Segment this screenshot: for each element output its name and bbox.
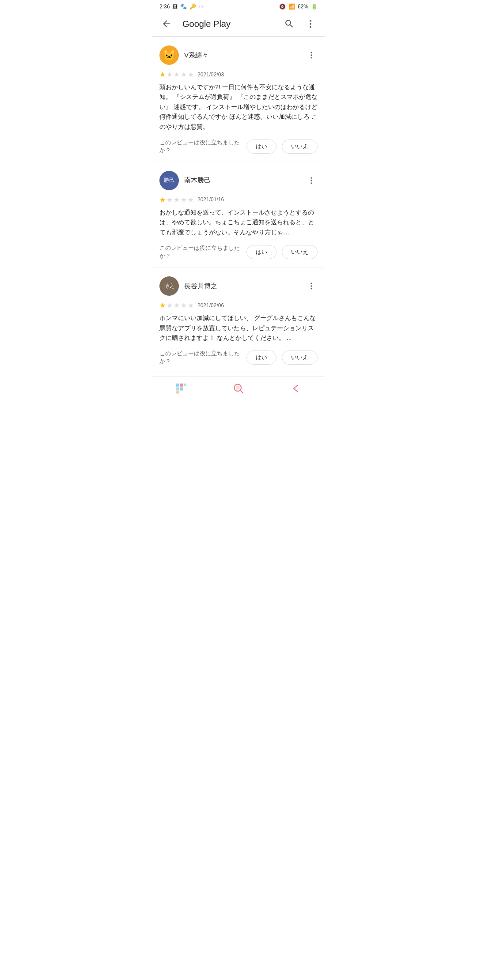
star-2: ★ xyxy=(167,70,173,79)
review-more-button[interactable] xyxy=(305,49,318,61)
dots-icon: ··· xyxy=(199,4,203,10)
app-bar: Google Play xyxy=(152,11,325,37)
review-date: 2021/01/16 xyxy=(197,196,224,203)
search-button[interactable] xyxy=(280,15,298,33)
helpful-no-button[interactable]: いいえ xyxy=(282,351,318,365)
stars: ★ ★ ★ ★ ★ xyxy=(159,70,194,79)
review-item: 🐱 V系纏々 ★ ★ ★ ★ ★ 2021/02/03 頭おかしいんですか?! xyxy=(152,37,325,162)
svg-point-2 xyxy=(310,26,311,28)
star-5: ★ xyxy=(188,196,194,204)
mute-icon: 🔇 xyxy=(279,4,286,10)
helpful-no-button[interactable]: いいえ xyxy=(282,139,318,154)
star-1: ★ xyxy=(159,196,166,204)
review-date: 2021/02/03 xyxy=(197,72,224,78)
review-item: 博之 長谷川博之 ★ ★ ★ ★ ★ 2021/02/06 ホン xyxy=(152,268,325,373)
helpful-yes-button[interactable]: はい xyxy=(246,351,276,365)
review-text: 頭おかしいんですか?! 一日に何件も不安になるような通知。 『システムが過負荷』… xyxy=(159,82,318,132)
rating-row: ★ ★ ★ ★ ★ 2021/02/03 xyxy=(159,70,318,79)
svg-rect-12 xyxy=(176,384,179,387)
wifi-icon: 📶 xyxy=(288,4,295,10)
helpful-yes-button[interactable]: はい xyxy=(246,245,276,259)
review-text: おかしな通知を送って、インストールさせようとするのは、やめて欲しい。ちょこちょこ… xyxy=(159,207,318,237)
battery-level: 62% xyxy=(298,4,308,10)
star-4: ★ xyxy=(181,301,187,309)
review-more-button[interactable] xyxy=(305,280,318,292)
stars: ★ ★ ★ ★ ★ xyxy=(159,196,194,204)
avatar: 🐱 xyxy=(159,45,179,65)
photo-icon: 🖼 xyxy=(172,4,178,10)
review-more-button[interactable] xyxy=(305,174,318,187)
review-item: 勝己 南木勝己 ★ ★ ★ ★ ★ 2021/01/16 おかし xyxy=(152,162,325,268)
helpful-row: このレビューは役に立ちましたか？ はい いいえ xyxy=(159,139,318,155)
helpful-label: このレビューは役に立ちましたか？ xyxy=(159,139,241,155)
svg-point-10 xyxy=(310,285,312,286)
helpful-no-button[interactable]: いいえ xyxy=(282,245,318,259)
back-button[interactable] xyxy=(158,15,175,33)
svg-point-11 xyxy=(310,288,312,289)
review-header: 🐱 V系纏々 xyxy=(159,45,318,65)
rating-row: ★ ★ ★ ★ ★ 2021/01/16 xyxy=(159,196,318,204)
svg-rect-17 xyxy=(176,391,179,393)
avatar: 勝己 xyxy=(159,171,179,190)
star-4: ★ xyxy=(181,196,187,204)
svg-point-6 xyxy=(310,177,312,178)
star-2: ★ xyxy=(167,301,173,309)
status-bar: 2:36 🖼 🐾 🔑 ··· 🔇 📶 62% 🔋 xyxy=(152,0,325,11)
star-5: ★ xyxy=(188,301,194,309)
svg-point-0 xyxy=(310,20,311,22)
svg-line-20 xyxy=(240,390,243,393)
review-date: 2021/02/06 xyxy=(197,302,224,309)
svg-point-9 xyxy=(310,283,312,284)
star-5: ★ xyxy=(188,70,194,79)
avatar: 博之 xyxy=(159,276,179,296)
helpful-row: このレビューは役に立ちましたか？ はい いいえ xyxy=(159,350,318,366)
stars: ★ ★ ★ ★ ★ xyxy=(159,301,194,309)
helpful-label: このレビューは役に立ちましたか？ xyxy=(159,244,241,260)
star-3: ★ xyxy=(174,301,180,309)
reviewer-name: 長谷川博之 xyxy=(184,282,217,290)
star-2: ★ xyxy=(167,196,173,204)
reviewer-name: V系纏々 xyxy=(184,51,208,60)
svg-rect-15 xyxy=(176,388,179,391)
star-3: ★ xyxy=(174,196,180,204)
reviewer-info: 勝己 南木勝己 xyxy=(159,171,211,190)
page-title: Google Play xyxy=(182,19,277,29)
review-header: 博之 長谷川博之 xyxy=(159,276,318,296)
status-right: 🔇 📶 62% 🔋 xyxy=(279,4,318,10)
review-text: ホンマにいい加減にしてほしい、 グーグルさんもこんな悪質なアプリを放置していたら… xyxy=(159,313,318,343)
review-list: 🐱 V系纏々 ★ ★ ★ ★ ★ 2021/02/03 頭おかしいんですか?! xyxy=(152,37,325,373)
status-left: 2:36 🖼 🐾 🔑 ··· xyxy=(159,4,203,10)
helpful-yes-button[interactable]: はい xyxy=(246,139,276,154)
helpful-label: このレビューは役に立ちましたか？ xyxy=(159,350,241,366)
reviewer-info: 🐱 V系纏々 xyxy=(159,45,208,65)
helpful-row: このレビューは役に立ちましたか？ はい いいえ xyxy=(159,244,318,260)
svg-point-3 xyxy=(310,52,312,53)
star-1: ★ xyxy=(159,301,166,309)
review-header: 勝己 南木勝己 xyxy=(159,171,318,190)
more-options-button[interactable] xyxy=(302,15,319,33)
svg-rect-14 xyxy=(184,384,186,386)
svg-point-8 xyxy=(310,182,312,184)
battery-icon: 🔋 xyxy=(311,4,318,10)
svg-point-4 xyxy=(310,54,312,56)
star-4: ★ xyxy=(181,70,187,79)
svg-point-5 xyxy=(310,57,312,58)
bottom-nav-apps[interactable] xyxy=(175,382,187,395)
bottom-nav xyxy=(152,377,325,402)
bottom-nav-back[interactable] xyxy=(290,382,302,395)
svg-rect-16 xyxy=(180,388,183,391)
svg-point-1 xyxy=(310,23,311,25)
star-1: ★ xyxy=(159,70,166,79)
status-time: 2:36 xyxy=(159,4,170,10)
reviewer-info: 博之 長谷川博之 xyxy=(159,276,217,296)
reviewer-name: 南木勝己 xyxy=(184,176,211,185)
svg-point-19 xyxy=(236,386,240,390)
star-3: ★ xyxy=(174,70,180,79)
key-icon: 🔑 xyxy=(189,4,196,10)
rating-row: ★ ★ ★ ★ ★ 2021/02/06 xyxy=(159,301,318,309)
svg-point-7 xyxy=(310,180,312,181)
bottom-nav-search[interactable] xyxy=(232,382,245,395)
paw-icon: 🐾 xyxy=(180,4,187,10)
svg-rect-13 xyxy=(180,384,183,387)
